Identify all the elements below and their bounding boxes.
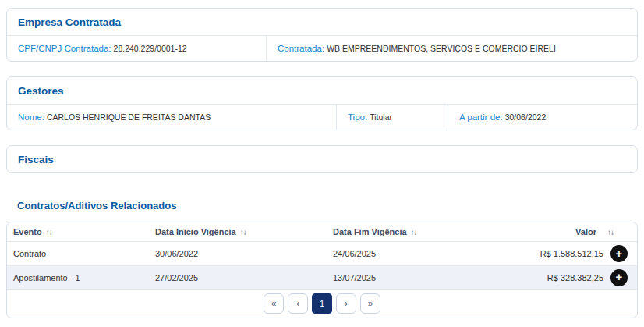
empresa-contratada-row: CPF/CNPJ Contratada: 28.240.229/0001-12 … — [7, 36, 637, 61]
cpf-cnpj-value: 28.240.229/0001-12 — [114, 44, 187, 53]
gestores-card: Gestores Nome: CARLOS HENRIQUE DE FREITA… — [6, 76, 638, 130]
contratos-table-header: Evento ↑↓ Data Início Vigência ↑↓ Data F… — [7, 222, 637, 242]
gestor-apartir-label: A partir de: — [459, 112, 503, 122]
column-header-valor-label: Valor — [575, 227, 596, 236]
sort-icon: ↑↓ — [607, 228, 614, 236]
sort-icon: ↑↓ — [46, 228, 52, 236]
column-header-evento[interactable]: Evento ↑↓ — [7, 227, 149, 236]
cell-evento: Apostilamento - 1 — [7, 273, 149, 283]
pagination-prev-button[interactable]: ‹ — [288, 293, 308, 314]
gestor-apartir-value: 30/06/2022 — [505, 112, 547, 122]
gestores-row: Nome: CARLOS HENRIQUE DE FREITAS DANTAS … — [7, 105, 637, 130]
cell-data-fim: 13/07/2025 — [327, 273, 531, 283]
pagination-last-button[interactable]: » — [360, 293, 380, 314]
contratos-heading: Contratos/Aditivos Relacionados — [17, 200, 638, 211]
cell-valor: R$ 1.588.512,15 + — [531, 245, 637, 262]
sort-icon: ↑↓ — [240, 228, 246, 236]
gestor-tipo-value: Titular — [370, 112, 392, 122]
cell-evento: Contrato — [7, 249, 149, 258]
column-header-valor[interactable]: Valor ↑↓ — [531, 227, 637, 236]
column-header-data-fim[interactable]: Data Fim Vigência ↑↓ — [327, 227, 531, 236]
expand-row-button[interactable]: + — [610, 269, 628, 286]
pagination-first-button[interactable]: « — [264, 293, 284, 314]
cell-data-inicio: 30/06/2022 — [149, 249, 327, 258]
gestor-tipo-field: Tipo: Titular — [336, 105, 448, 130]
plus-icon: + — [616, 271, 623, 283]
cell-data-fim: 24/06/2025 — [327, 249, 531, 258]
page: Empresa Contratada CPF/CNPJ Contratada: … — [0, 0, 644, 327]
column-header-data-fim-label: Data Fim Vigência — [333, 227, 407, 236]
fiscais-card: Fiscais — [6, 145, 638, 173]
column-header-data-inicio[interactable]: Data Início Vigência ↑↓ — [149, 227, 327, 236]
table-row: Apostilamento - 1 27/02/2025 13/07/2025 … — [7, 265, 637, 289]
fiscais-title: Fiscais — [7, 146, 637, 172]
column-header-data-inicio-label: Data Início Vigência — [155, 227, 236, 236]
gestores-title: Gestores — [7, 77, 637, 104]
cpf-cnpj-label: CPF/CNPJ Contratada: — [18, 44, 111, 53]
contratada-label: Contratada: — [278, 44, 324, 53]
pagination-page-1-button[interactable]: 1 — [312, 293, 332, 314]
cpf-cnpj-field: CPF/CNPJ Contratada: 28.240.229/0001-12 — [7, 36, 266, 61]
expand-row-button[interactable]: + — [610, 245, 628, 262]
table-row: Contrato 30/06/2022 24/06/2025 R$ 1.588.… — [7, 242, 637, 265]
contratada-field: Contratada: WB EMPREENDIMENTOS, SERVIÇOS… — [266, 36, 637, 61]
sort-icon: ↑↓ — [411, 228, 417, 236]
gestor-nome-label: Nome: — [18, 112, 44, 122]
empresa-contratada-title: Empresa Contratada — [7, 9, 637, 35]
gestor-nome-field: Nome: CARLOS HENRIQUE DE FREITAS DANTAS — [7, 105, 336, 130]
cell-data-inicio: 27/02/2025 — [149, 273, 327, 283]
column-header-evento-label: Evento — [13, 227, 42, 236]
gestor-apartir-field: A partir de: 30/06/2022 — [448, 105, 637, 130]
contratada-value: WB EMPREENDIMENTOS, SERVIÇOS E COMÉRCIO … — [327, 44, 556, 53]
contratos-table: Evento ↑↓ Data Início Vigência ↑↓ Data F… — [6, 222, 638, 318]
plus-icon: + — [616, 247, 623, 259]
pagination: « ‹ 1 › » — [7, 289, 637, 318]
gestor-nome-value: CARLOS HENRIQUE DE FREITAS DANTAS — [47, 112, 211, 122]
empresa-contratada-card: Empresa Contratada CPF/CNPJ Contratada: … — [6, 8, 638, 62]
pagination-next-button[interactable]: › — [336, 293, 356, 314]
valor-value: R$ 328.382,25 — [547, 273, 603, 283]
gestor-tipo-label: Tipo: — [348, 112, 367, 122]
cell-valor: R$ 328.382,25 + — [531, 269, 637, 286]
valor-value: R$ 1.588.512,15 — [540, 249, 603, 258]
